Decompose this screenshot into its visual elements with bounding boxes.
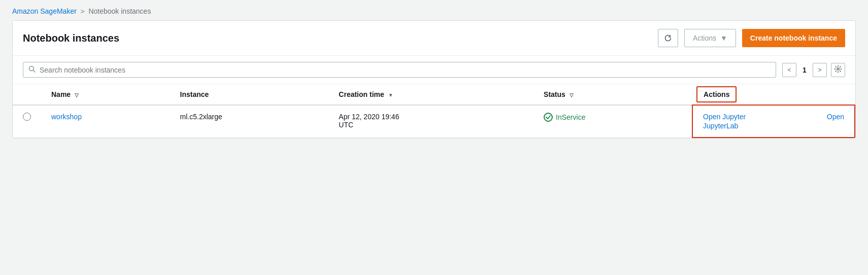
breadcrumb: Amazon SageMaker > Notebook instances — [0, 0, 868, 20]
row-creation-time-cell: Apr 12, 2020 19:46 UTC — [328, 105, 533, 138]
row-actions-cell: Open Jupyter JupyterLab Open — [692, 105, 855, 138]
actions-chevron-icon: ▼ — [720, 34, 727, 42]
breadcrumb-parent-link[interactable]: Amazon SageMaker — [12, 7, 77, 15]
col-header-checkbox — [13, 84, 41, 105]
name-sort-icon: ▽ — [75, 92, 79, 98]
col-header-name[interactable]: Name ▽ — [41, 84, 170, 105]
actions-button-label: Actions — [693, 34, 716, 42]
current-page-number: 1 — [800, 66, 809, 74]
creation-time-line1: Apr 12, 2020 19:46 — [339, 113, 399, 121]
col-header-actions: Actions — [692, 84, 855, 105]
next-page-icon: > — [818, 66, 821, 74]
table-row: workshop ml.c5.2xlarge Apr 12, 2020 19:4… — [13, 105, 855, 138]
search-icon — [28, 65, 36, 74]
row-instance-cell: ml.c5.2xlarge — [170, 105, 329, 138]
table-header-row: Name ▽ Instance Creation time ▼ Status ▽… — [13, 84, 855, 105]
breadcrumb-separator: > — [81, 8, 85, 15]
actions-button[interactable]: Actions ▼ — [684, 29, 736, 47]
search-row: < 1 > — [13, 56, 855, 84]
svg-line-1 — [34, 71, 36, 73]
refresh-button[interactable] — [658, 29, 678, 47]
svg-point-2 — [837, 68, 839, 70]
search-input[interactable] — [40, 66, 771, 74]
main-panel: Notebook instances Actions ▼ Create note… — [12, 20, 856, 139]
refresh-icon — [663, 33, 673, 43]
col-header-status[interactable]: Status ▽ — [533, 84, 692, 105]
panel-header: Notebook instances Actions ▼ Create note… — [13, 21, 855, 56]
prev-page-icon: < — [787, 66, 791, 74]
open-jupyterlab-link[interactable]: JupyterLab — [703, 122, 844, 130]
status-label: InService — [556, 113, 585, 121]
prev-page-button[interactable]: < — [782, 63, 796, 77]
notebook-name-link[interactable]: workshop — [51, 113, 82, 121]
open-link[interactable]: Open — [827, 113, 844, 121]
breadcrumb-current: Notebook instances — [88, 7, 151, 15]
row-name-cell: workshop — [41, 105, 170, 138]
notebook-instances-table: Name ▽ Instance Creation time ▼ Status ▽… — [13, 84, 855, 138]
row-select-radio[interactable] — [23, 113, 31, 121]
search-box-container — [23, 62, 776, 78]
actions-col-header-label: Actions — [704, 90, 729, 98]
creation-time-line2: UTC — [339, 121, 353, 129]
col-header-instance: Instance — [170, 84, 329, 105]
settings-icon — [834, 65, 842, 75]
table-settings-button[interactable] — [831, 63, 845, 77]
status-inservice-icon — [544, 113, 553, 122]
panel-title: Notebook instances — [23, 32, 652, 44]
next-page-button[interactable]: > — [813, 63, 827, 77]
row-status-cell: InService — [533, 105, 692, 138]
col-header-creation-time[interactable]: Creation time ▼ — [328, 84, 533, 105]
row-radio-cell — [13, 105, 41, 138]
create-notebook-button[interactable]: Create notebook instance — [742, 29, 845, 47]
creation-time-sort-icon: ▼ — [388, 92, 393, 98]
pagination-controls: < 1 > — [782, 63, 845, 77]
open-jupyter-link[interactable]: Open Jupyter — [703, 113, 844, 121]
status-sort-icon: ▽ — [570, 92, 574, 98]
